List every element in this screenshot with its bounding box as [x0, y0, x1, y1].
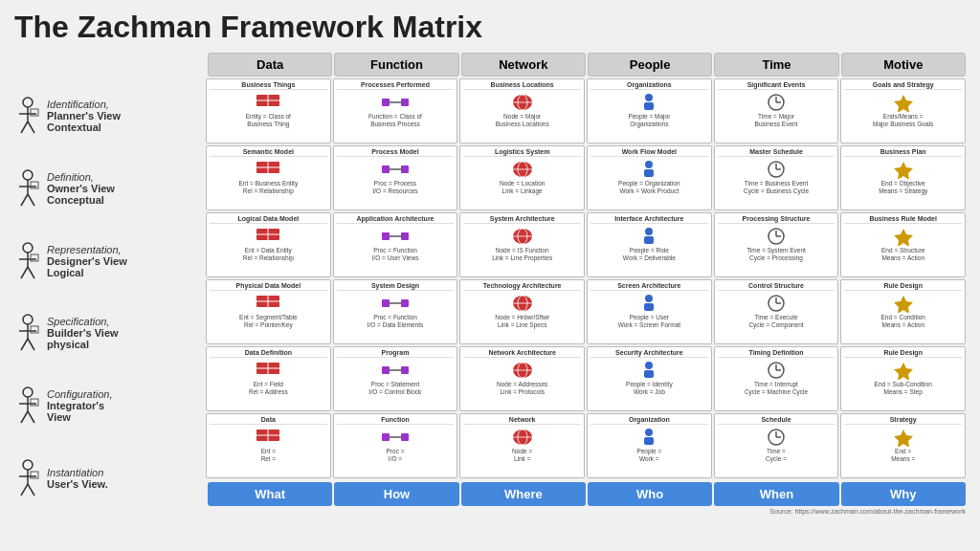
matrix-cell-1-5: Business PlanEnd = ObjectiveMeans = Stra… [840, 145, 966, 210]
cell-body-0-2: Node = MajorBusiness Locations [496, 113, 549, 129]
row-label-0: Identification,Planner's ViewContextual [14, 81, 206, 150]
matrix-cell-4-2: Network ArchitectureNode = AddressesLink… [459, 346, 585, 411]
svg-point-105 [645, 362, 653, 369]
cell-title-2-2: System Architecture [463, 215, 581, 224]
matrix-cell-2-1: Application ArchitectureProc = FunctionI… [333, 212, 458, 277]
cell-title-5-5: Strategy [844, 416, 962, 425]
person-icon [14, 97, 41, 135]
cell-icon-function [337, 226, 455, 247]
cell-body-5-1: Proc =I/O = [387, 448, 405, 464]
matrix-row-5: DataEnt =Rel =FunctionProc =I/O =Network… [206, 413, 966, 478]
cell-body-2-3: People = RoleWork = Deliverable [623, 247, 676, 263]
matrix-cell-3-0: Physical Data ModelEnt = Segment/TableRe… [206, 279, 331, 344]
matrix-cell-2-4: Processing StructureTime = System EventC… [714, 212, 839, 277]
svg-rect-55 [401, 165, 409, 173]
cell-title-2-0: Logical Data Model [210, 215, 327, 224]
cell-icon-time [718, 226, 835, 247]
cell-title-0-2: Business Locations [463, 81, 581, 90]
cell-icon-time [718, 159, 835, 180]
cell-icon-motive [844, 427, 962, 448]
cell-icon-function [337, 293, 455, 314]
row-italic-3: Specification, [47, 316, 119, 327]
matrix-cell-2-3: Interface ArchitecturePeople = RoleWork … [587, 212, 712, 277]
cell-icon-data [210, 159, 327, 180]
cell-icon-network [463, 159, 581, 180]
cell-title-4-2: Network Architecture [463, 349, 581, 358]
svg-line-28 [28, 411, 34, 423]
cell-body-5-0: Ent =Rel = [261, 448, 276, 464]
cell-body-0-5: Ends/Means =Major Business Goals [873, 113, 933, 129]
row-bold-0: Planner's ViewContextual [47, 110, 121, 133]
svg-point-120 [645, 429, 653, 436]
cell-icon-motive [844, 92, 962, 113]
cell-body-0-0: Entity = Class ofBusiness Thing [246, 113, 291, 129]
row-label-1: Definition,Owner's ViewConceptual [14, 154, 206, 223]
row-label-4: Configuration,Integrator'sView [14, 371, 206, 440]
cell-body-2-5: End = StructureMeans = Action [881, 247, 924, 263]
cell-title-4-3: Security Architecture [590, 349, 708, 358]
row-bold-5: User's View. [47, 478, 108, 490]
matrix-cell-0-3: OrganizationsPeople = MajorOrganizations [587, 78, 712, 143]
row-label-3: Specification,Builder's Viewphysical [14, 298, 206, 367]
cell-body-4-1: Proc = StatementI/O = Control Block [369, 381, 422, 397]
cell-body-4-0: Ent = FieldRel = Address [249, 381, 288, 397]
matrix-section: DataFunctionNetworkPeopleTimeMotive Busi… [206, 53, 966, 515]
cell-title-1-4: Master Schedule [718, 148, 835, 157]
matrix-cell-2-5: Business Rule ModelEnd = StructureMeans … [840, 212, 966, 277]
svg-point-0 [23, 98, 33, 107]
matrix-cell-4-0: Data DefinitionEnt = FieldRel = Address [206, 346, 331, 411]
matrix-row-4: Data DefinitionEnt = FieldRel = AddressP… [206, 346, 966, 411]
cell-body-4-5: End = Sub-ConditionMeans = Step [875, 381, 932, 397]
cell-icon-people [590, 360, 708, 381]
bottom-label-where: Where [461, 482, 586, 506]
col-header-people: People [588, 53, 712, 77]
svg-rect-84 [382, 299, 390, 307]
cell-icon-motive [844, 293, 962, 314]
svg-point-12 [23, 243, 33, 253]
matrix-cell-4-3: Security ArchitecturePeople = IdentityWo… [587, 346, 712, 411]
svg-rect-121 [644, 437, 654, 445]
cell-body-0-4: Time = MajorBusiness Event [755, 113, 798, 129]
svg-line-15 [21, 267, 28, 278]
svg-rect-40 [401, 99, 409, 106]
source-text: Source: https://www.zachman.com/about-th… [206, 508, 966, 515]
cell-title-2-1: Application Architecture [337, 215, 455, 224]
cell-icon-network [463, 427, 581, 448]
matrix-row-2: Logical Data ModelEnt = Data EntityRel =… [206, 212, 966, 277]
cell-body-2-4: Time = System EventCycle = Processing [746, 247, 806, 263]
matrix-row-3: Physical Data ModelEnt = Segment/TableRe… [206, 279, 966, 344]
cell-title-1-1: Process Model [337, 148, 455, 157]
svg-point-30 [23, 460, 33, 470]
cell-icon-motive [844, 226, 962, 247]
cell-title-1-3: Work Flow Model [590, 148, 708, 157]
svg-marker-80 [894, 229, 913, 246]
svg-rect-70 [401, 232, 409, 240]
cell-body-0-3: People = MajorOrganizations [628, 113, 670, 129]
matrix-cell-5-4: ScheduleTime =Cycle = [714, 413, 839, 478]
cell-title-0-4: Significant Events [718, 81, 835, 90]
cell-title-3-1: System Design [337, 282, 455, 291]
cell-body-4-4: Time = InterruptCycle = Machine Cycle [745, 381, 808, 397]
cell-title-5-2: Network [463, 416, 581, 425]
col-header-motive: Motive [841, 53, 966, 77]
cell-title-4-0: Data Definition [210, 349, 327, 358]
bottom-label-what: What [208, 482, 332, 506]
svg-point-75 [645, 228, 653, 235]
cell-body-3-4: Time = ExecuteCycle = Component [748, 314, 803, 330]
row-label-5: InstantiationUser's View. [14, 444, 206, 513]
row-italic-4: Configuration, [47, 388, 113, 400]
svg-rect-100 [401, 366, 409, 374]
cell-title-1-2: Logistics System [463, 148, 581, 157]
matrix-cell-0-2: Business LocationsNode = MajorBusiness L… [459, 78, 585, 143]
svg-line-21 [21, 339, 28, 350]
svg-line-22 [28, 339, 34, 350]
col-header-time: Time [714, 53, 838, 77]
bottom-label-how: How [334, 482, 458, 506]
row-bold-2: Designer's ViewLogical [47, 255, 127, 278]
matrix-cell-1-4: Master ScheduleTime = Business EventCycl… [714, 145, 839, 210]
bottom-label-who: Who [588, 482, 712, 506]
col-header-data: Data [208, 53, 332, 77]
matrix-cell-3-5: Rule DesignEnd = ConditionMeans = Action [840, 279, 966, 344]
cell-title-3-0: Physical Data Model [210, 282, 327, 291]
matrix-cell-1-3: Work Flow ModelPeople = OrganizationWork… [587, 145, 712, 210]
